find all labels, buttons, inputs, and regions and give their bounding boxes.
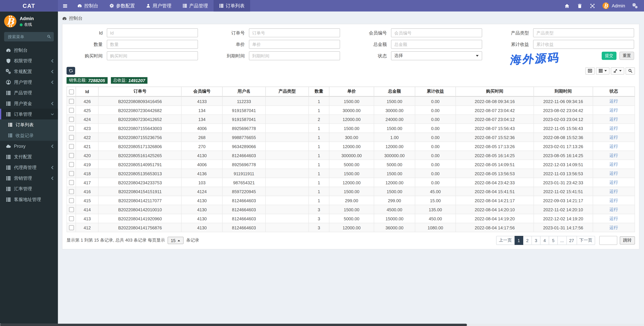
page-button-上一页[interactable]: 上一页 bbox=[496, 236, 514, 245]
sidebar-item-12[interactable]: 客服地址管理 bbox=[0, 194, 58, 205]
row-checkbox[interactable] bbox=[69, 144, 74, 149]
row-checkbox[interactable] bbox=[69, 162, 74, 167]
status-link[interactable]: 运行 bbox=[610, 188, 618, 193]
search-toggle-button[interactable] bbox=[626, 67, 635, 74]
status-select[interactable]: 选择 bbox=[391, 51, 482, 60]
topnav-item-3[interactable]: 产品管理 bbox=[177, 0, 213, 11]
sidebar-item-0[interactable]: 控制台 bbox=[0, 45, 58, 55]
filter-input[interactable] bbox=[107, 28, 198, 37]
trash-icon[interactable] bbox=[574, 3, 586, 8]
filter-input[interactable] bbox=[391, 28, 482, 37]
status-link[interactable]: 运行 bbox=[610, 134, 618, 139]
status-link[interactable]: 运行 bbox=[610, 116, 618, 121]
jump-button[interactable]: 跳转 bbox=[620, 236, 635, 245]
sidebar-item-8[interactable]: 支付配置 bbox=[0, 151, 58, 162]
row-checkbox[interactable] bbox=[69, 198, 74, 203]
filter-input[interactable] bbox=[107, 40, 198, 49]
home-icon[interactable] bbox=[561, 3, 574, 8]
table-cell: 134 bbox=[182, 106, 222, 115]
status-link[interactable]: 运行 bbox=[610, 207, 618, 211]
thlist-icon bbox=[6, 175, 11, 181]
sidebar-item-7[interactable]: Proxy bbox=[0, 141, 58, 151]
page-button-5[interactable]: 5 bbox=[549, 236, 558, 245]
filter-input[interactable] bbox=[249, 28, 340, 37]
page-button-2[interactable]: 2 bbox=[523, 236, 532, 245]
sidebar-item-10[interactable]: 营销管理 bbox=[0, 173, 58, 183]
search-icon[interactable] bbox=[47, 34, 51, 38]
filter-input[interactable] bbox=[533, 28, 634, 37]
horizontal-scrollbar-thumb[interactable] bbox=[0, 324, 467, 326]
fullscreen-icon[interactable] bbox=[586, 3, 599, 8]
status-link[interactable]: 运行 bbox=[610, 171, 618, 175]
sidebar-item-3[interactable]: 用户管理 bbox=[0, 77, 58, 87]
table-cell: 1500.00 bbox=[329, 169, 374, 178]
status-cell: 运行 bbox=[593, 151, 635, 160]
sidebar-subitem-6-0[interactable]: 订单列表 bbox=[0, 119, 58, 130]
sidebar-item-6[interactable]: 订单管理 bbox=[0, 109, 58, 119]
navbar-user[interactable]: B Admin bbox=[599, 2, 629, 9]
settings-gears-icon[interactable] bbox=[629, 3, 642, 8]
select-all-checkbox[interactable] bbox=[69, 89, 74, 94]
reset-button[interactable]: 重置 bbox=[619, 52, 634, 60]
page-button-1[interactable]: 1 bbox=[515, 236, 523, 245]
refresh-button[interactable] bbox=[66, 67, 75, 75]
page-button-4[interactable]: 4 bbox=[540, 236, 549, 245]
row-checkbox[interactable] bbox=[69, 207, 74, 212]
topnav-item-0[interactable]: 控制台 bbox=[72, 0, 104, 11]
row-checkbox[interactable] bbox=[69, 180, 74, 185]
row-checkbox[interactable] bbox=[69, 135, 74, 140]
status-link[interactable]: 运行 bbox=[610, 107, 618, 112]
jump-page-input[interactable] bbox=[599, 236, 617, 245]
sidebar-item-1[interactable]: 权限管理 bbox=[0, 55, 58, 66]
sidebar-item-9[interactable]: 代理商管理 bbox=[0, 162, 58, 173]
row-checkbox[interactable] bbox=[69, 153, 74, 158]
row-checkbox[interactable] bbox=[69, 171, 74, 176]
row-checkbox[interactable] bbox=[69, 189, 74, 194]
filter-input[interactable] bbox=[107, 51, 198, 60]
row-checkbox[interactable] bbox=[69, 99, 74, 104]
page-size-dropdown[interactable]: 15 bbox=[168, 237, 184, 244]
topnav-item-4[interactable]: 订单列表 bbox=[213, 0, 250, 11]
sidebar-item-5[interactable]: 用户资金 bbox=[0, 98, 58, 109]
sidebar-subitem-6-1[interactable]: 收益记录 bbox=[0, 130, 58, 141]
detail-view-button[interactable] bbox=[585, 67, 595, 74]
status-link[interactable]: 运行 bbox=[610, 152, 618, 157]
submit-button[interactable]: 提交 bbox=[602, 52, 616, 60]
topnav-item-2[interactable]: 用户管理 bbox=[140, 0, 177, 11]
sidebar-item-11[interactable]: 汇率管理 bbox=[0, 183, 58, 194]
sidebar-item-4[interactable]: 产品管理 bbox=[0, 87, 58, 98]
columns-button[interactable] bbox=[596, 67, 610, 74]
page-button-下一页[interactable]: 下一页 bbox=[577, 236, 595, 245]
app-logo[interactable]: CAT bbox=[0, 0, 58, 11]
sidebar-item-2[interactable]: 常规配置 bbox=[0, 66, 58, 77]
status-link[interactable]: 运行 bbox=[610, 225, 618, 230]
filter-input[interactable] bbox=[249, 51, 340, 60]
page-button-3[interactable]: 3 bbox=[532, 236, 540, 245]
column-header: 状态 bbox=[593, 87, 635, 96]
status-link[interactable]: 运行 bbox=[610, 98, 618, 103]
status-link[interactable]: 运行 bbox=[610, 161, 618, 166]
row-checkbox[interactable] bbox=[69, 216, 74, 221]
filter-input[interactable] bbox=[391, 40, 482, 49]
topnav-item-1[interactable]: 参数配置 bbox=[104, 0, 140, 11]
page-button-27[interactable]: 27 bbox=[567, 236, 577, 245]
checkbox-cell bbox=[67, 106, 76, 115]
status-link[interactable]: 运行 bbox=[610, 179, 618, 184]
status-link[interactable]: 运行 bbox=[610, 198, 618, 202]
row-checkbox[interactable] bbox=[69, 108, 74, 113]
table-cell: 299.00 bbox=[329, 196, 374, 205]
filter-input[interactable] bbox=[533, 40, 634, 49]
status-link[interactable]: 运行 bbox=[610, 143, 618, 148]
export-button[interactable] bbox=[611, 67, 624, 74]
sidebar-toggle-button[interactable] bbox=[58, 0, 72, 11]
row-checkbox[interactable] bbox=[69, 126, 74, 131]
status-link[interactable]: 运行 bbox=[610, 216, 618, 221]
row-checkbox[interactable] bbox=[69, 225, 74, 230]
table-cell: 1 bbox=[309, 106, 329, 115]
breadcrumb-label[interactable]: 控制台 bbox=[69, 15, 82, 21]
filter-input[interactable] bbox=[249, 40, 340, 49]
status-link[interactable]: 运行 bbox=[610, 125, 618, 130]
table-row-424: 424B202208072304126521349191587041212000… bbox=[67, 115, 635, 124]
row-checkbox[interactable] bbox=[69, 117, 74, 122]
menu-search-input[interactable] bbox=[4, 32, 54, 41]
